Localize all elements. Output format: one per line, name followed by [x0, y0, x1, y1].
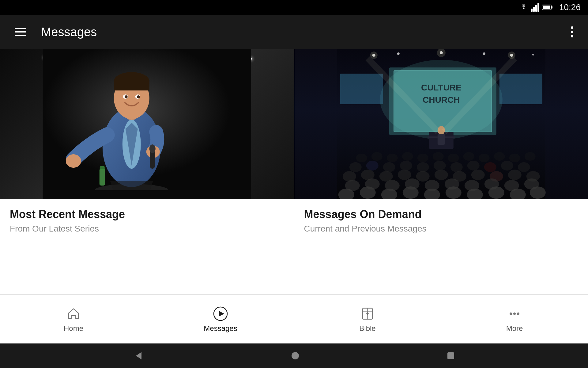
svg-rect-26: [43, 190, 251, 199]
svg-point-22: [125, 95, 128, 98]
dot-3: [571, 35, 573, 37]
svg-rect-44: [499, 74, 542, 104]
svg-point-114: [292, 352, 299, 359]
svg-point-70: [467, 161, 479, 171]
home-button[interactable]: [291, 351, 300, 360]
home-nav-label: Home: [64, 324, 83, 333]
more-nav-label: More: [506, 324, 523, 333]
dot-2: [571, 31, 573, 33]
svg-point-104: [530, 186, 545, 199]
svg-point-15: [149, 144, 156, 153]
svg-point-68: [433, 161, 446, 171]
play-circle-icon: [213, 306, 228, 322]
most-recent-message-card[interactable]: Most Recent Message From Our Latest Seri…: [0, 49, 294, 239]
nav-home-button[interactable]: Home: [0, 302, 147, 336]
svg-marker-106: [219, 311, 224, 316]
bible-nav-label: Bible: [359, 324, 375, 333]
svg-point-81: [471, 170, 484, 180]
hamburger-line-2: [15, 31, 26, 33]
svg-point-110: [510, 312, 512, 315]
svg-point-53: [386, 154, 398, 162]
svg-point-98: [402, 186, 418, 199]
system-navigation-bar: [0, 343, 588, 368]
svg-point-69: [450, 162, 462, 172]
bible-icon: [360, 306, 375, 322]
svg-rect-48: [437, 134, 445, 145]
svg-rect-1: [533, 7, 535, 12]
overflow-menu-button[interactable]: [568, 24, 576, 40]
svg-point-56: [432, 152, 443, 161]
svg-point-111: [513, 312, 516, 315]
church-hall-figure: CULTURE CHURCH: [294, 49, 588, 199]
status-time: 10:26: [559, 2, 581, 12]
svg-point-83: [508, 170, 521, 180]
speaker-figure: [0, 49, 294, 199]
svg-text:CHURCH: CHURCH: [423, 95, 460, 105]
svg-point-67: [417, 162, 429, 172]
svg-point-74: [342, 171, 356, 182]
nav-more-button[interactable]: More: [441, 302, 588, 336]
dot-1: [571, 26, 573, 29]
svg-point-71: [484, 162, 496, 172]
main-content: Most Recent Message From Our Latest Seri…: [0, 49, 588, 319]
nav-bible-button[interactable]: Bible: [294, 302, 441, 336]
svg-point-51: [356, 154, 367, 162]
most-recent-title: Most Recent Message: [10, 208, 284, 221]
svg-point-55: [417, 154, 428, 162]
recents-button[interactable]: [447, 351, 455, 360]
svg-point-73: [518, 162, 530, 172]
svg-point-65: [383, 162, 395, 172]
svg-point-29: [397, 52, 399, 55]
on-demand-card-info: Messages On Demand Current and Previous …: [294, 199, 588, 239]
svg-point-72: [501, 161, 513, 171]
svg-rect-43: [340, 74, 383, 104]
svg-rect-3: [537, 3, 539, 12]
svg-text:CULTURE: CULTURE: [421, 83, 461, 92]
speaker-scene: [0, 49, 294, 199]
svg-point-112: [517, 312, 519, 315]
most-recent-subtitle: From Our Latest Series: [10, 224, 284, 234]
church-hall-scene: CULTURE CHURCH: [294, 49, 588, 199]
svg-point-63: [349, 162, 361, 172]
svg-rect-0: [531, 9, 533, 12]
home-circle-icon: [291, 351, 300, 360]
hamburger-menu-button[interactable]: [12, 25, 29, 38]
svg-point-59: [478, 154, 489, 162]
recents-square-icon: [447, 351, 455, 360]
svg-point-102: [488, 186, 504, 199]
svg-point-78: [416, 171, 429, 182]
svg-point-23: [137, 95, 140, 98]
svg-point-66: [400, 161, 412, 171]
svg-point-76: [379, 171, 393, 182]
svg-point-77: [398, 170, 411, 180]
svg-rect-25: [100, 166, 105, 170]
svg-rect-115: [447, 352, 454, 359]
battery-icon: [542, 4, 553, 10]
most-recent-card-info: Most Recent Message From Our Latest Seri…: [0, 199, 294, 239]
svg-point-100: [445, 186, 461, 199]
messages-on-demand-card[interactable]: CULTURE CHURCH: [294, 49, 588, 239]
svg-point-79: [434, 170, 448, 180]
hall-thumbnail: CULTURE CHURCH: [294, 49, 588, 199]
on-demand-title: Messages On Demand: [304, 208, 579, 221]
speaker-thumbnail: [0, 49, 294, 199]
svg-rect-2: [535, 5, 537, 12]
wifi-icon: [519, 4, 529, 11]
svg-rect-5: [551, 6, 552, 9]
svg-point-61: [509, 154, 520, 162]
svg-marker-113: [136, 352, 141, 359]
svg-rect-6: [543, 6, 550, 9]
svg-point-33: [532, 54, 534, 56]
page-title: Messages: [41, 25, 568, 39]
status-icons: 10:26: [519, 2, 581, 12]
hamburger-line-1: [15, 28, 26, 29]
signal-icon: [531, 3, 540, 12]
svg-point-60: [494, 152, 505, 161]
nav-messages-button[interactable]: Messages: [147, 302, 294, 336]
svg-point-62: [524, 152, 535, 161]
svg-point-96: [360, 186, 375, 199]
svg-rect-24: [100, 169, 105, 186]
messages-nav-label: Messages: [204, 324, 237, 333]
back-button[interactable]: [133, 350, 144, 361]
svg-point-52: [371, 152, 382, 161]
